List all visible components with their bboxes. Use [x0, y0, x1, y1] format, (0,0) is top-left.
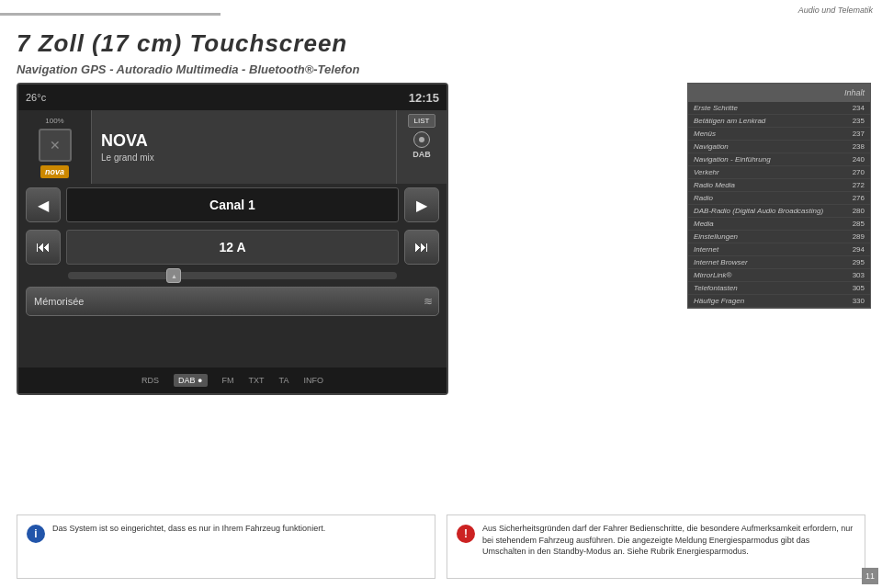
- screen-bottom-bar: RDS DAB ● FM TXT TA INFO: [18, 368, 447, 393]
- slider-row: [22, 268, 443, 283]
- signal-icon: ≋: [424, 295, 433, 308]
- toc-item-label: Einstellungen: [694, 232, 738, 241]
- toc-item: Betätigen am Lenkrad235: [688, 115, 870, 128]
- toc-item: Menüs237: [688, 128, 870, 141]
- page-number: 11: [862, 568, 878, 584]
- section-label: Audio und Telematik: [798, 6, 873, 15]
- info-text-2: Aus Sicherheitsgründen darf der Fahrer B…: [482, 523, 855, 558]
- toc-item-label: Häufige Fragen: [694, 297, 744, 305]
- radio-logo-area: 100% nova: [18, 110, 92, 184]
- toc-item: Erste Schritte234: [688, 102, 870, 115]
- nova-logo: nova: [40, 165, 69, 178]
- toc-header-text: Inhalt: [844, 88, 865, 97]
- info-boxes: i Das System ist so eingerichtet, dass e…: [17, 514, 865, 579]
- info-box-2: ! Aus Sicherheitsgründen darf der Fahrer…: [447, 514, 865, 579]
- toc-item: Navigation238: [688, 141, 870, 153]
- toc-item-label: Internet: [694, 245, 718, 254]
- toc-panel: Inhalt Erste Schritte234Betätigen am Len…: [687, 83, 871, 309]
- station-subtitle: Le grand mix: [101, 153, 387, 163]
- toc-item: Internet Browser295: [688, 256, 870, 269]
- toc-item-page: 305: [853, 284, 865, 292]
- toc-item-page: 240: [853, 155, 865, 164]
- toc-item-label: Navigation: [694, 142, 729, 151]
- toc-item-label: Radio Media: [694, 181, 735, 189]
- toc-item: Telefontasten305: [688, 282, 870, 295]
- toc-item-label: Media: [694, 220, 714, 228]
- radio-panel: 100% nova NOVA Le grand mix LIST DAB: [18, 110, 447, 184]
- memorisee-button[interactable]: Mémorisée ≋: [26, 287, 439, 316]
- radio-info: NOVA Le grand mix: [92, 110, 396, 184]
- toc-item-page: 295: [853, 258, 865, 266]
- memorisee-label: Mémorisée: [34, 296, 84, 307]
- device-screen: 26°c 12:15 100% nova NOVA Le grand mix L…: [17, 83, 448, 395]
- station-name: NOVA: [101, 131, 387, 151]
- top-bar: Audio und Telematik: [0, 0, 882, 26]
- status-txt: TXT: [249, 376, 265, 385]
- toc-item: Radio276: [688, 192, 870, 205]
- status-fm: FM: [222, 376, 234, 385]
- toc-item-page: 234: [853, 104, 865, 112]
- toc-item: MirrorLink®303: [688, 269, 870, 282]
- toc-item-label: Radio: [694, 194, 713, 202]
- status-rds: RDS: [141, 376, 159, 385]
- toc-item-label: MirrorLink®: [694, 271, 731, 279]
- toc-item-page: 303: [853, 271, 865, 279]
- info-box-1: i Das System ist so eingerichtet, dass e…: [17, 514, 435, 579]
- toc-item-page: 280: [853, 207, 865, 215]
- frequency-display: 12 A: [66, 230, 399, 265]
- toc-item-page: 276: [853, 194, 865, 202]
- page-title: 7 Zoll (17 cm) Touchscreen: [17, 29, 347, 58]
- toc-item: Häufige Fragen330: [688, 295, 870, 308]
- toc-item-page: 237: [853, 130, 865, 138]
- toc-item-label: Verkehr: [694, 168, 719, 176]
- toc-item: DAB-Radio (Digital Audio Broadcasting)28…: [688, 205, 870, 218]
- screen-status-bar: 26°c 12:15: [18, 85, 447, 110]
- toc-item: Verkehr270: [688, 166, 870, 179]
- toc-item-page: 272: [853, 181, 865, 189]
- info-icon-blue: i: [27, 525, 45, 543]
- toc-item-page: 235: [853, 117, 865, 125]
- frequency-row: ⏮ 12 A ⏭: [22, 226, 443, 268]
- temperature-display: 26°c: [26, 92, 46, 103]
- toc-item: Navigation - Einführung240: [688, 153, 870, 166]
- info-text-1: Das System ist so eingerichtet, dass es …: [52, 523, 325, 535]
- source-label: DAB: [413, 150, 431, 159]
- source-icon: [413, 131, 430, 148]
- status-dab: DAB ●: [174, 374, 207, 387]
- toc-item-label: DAB-Radio (Digital Audio Broadcasting): [694, 207, 823, 215]
- time-display: 12:15: [409, 91, 439, 105]
- status-ta: TA: [279, 376, 289, 385]
- slider-track[interactable]: [68, 272, 397, 279]
- prev-button[interactable]: ⏮: [26, 230, 61, 265]
- memorisee-row: Mémorisée ≋: [26, 287, 439, 316]
- toc-item-page: 285: [853, 220, 865, 228]
- toc-item-label: Telefontasten: [694, 284, 738, 292]
- channel-display: Canal 1: [66, 187, 399, 222]
- toc-header: Inhalt: [688, 84, 870, 102]
- toc-item: Media285: [688, 218, 870, 231]
- toc-item-page: 238: [853, 142, 865, 151]
- toc-item: Radio Media272: [688, 179, 870, 192]
- toc-item-page: 330: [853, 297, 865, 305]
- status-info: INFO: [303, 376, 323, 385]
- source-button[interactable]: DAB: [413, 131, 431, 159]
- back-button[interactable]: ◀: [26, 187, 61, 222]
- slider-handle[interactable]: [166, 268, 181, 283]
- forward-button[interactable]: ▶: [404, 187, 439, 222]
- toc-item-label: Menüs: [694, 130, 716, 138]
- channel-row: ◀ Canal 1 ▶: [22, 184, 443, 226]
- list-button[interactable]: LIST: [408, 114, 436, 128]
- toc-item: Einstellungen289: [688, 231, 870, 243]
- toc-item: Internet294: [688, 243, 870, 256]
- toc-item-page: 270: [853, 168, 865, 176]
- source-area: LIST DAB: [396, 110, 447, 184]
- next-button[interactable]: ⏭: [404, 230, 439, 265]
- toc-item-page: 289: [853, 232, 865, 241]
- toc-item-label: Betätigen am Lenkrad: [694, 117, 765, 125]
- toc-item-label: Navigation - Einführung: [694, 155, 771, 164]
- toc-item-label: Internet Browser: [694, 258, 748, 266]
- top-bar-line: [0, 13, 220, 16]
- info-icon-red: !: [457, 525, 475, 543]
- page-subtitle: Navigation GPS - Autoradio Multimedia - …: [17, 62, 359, 76]
- toc-item-label: Erste Schritte: [694, 104, 738, 112]
